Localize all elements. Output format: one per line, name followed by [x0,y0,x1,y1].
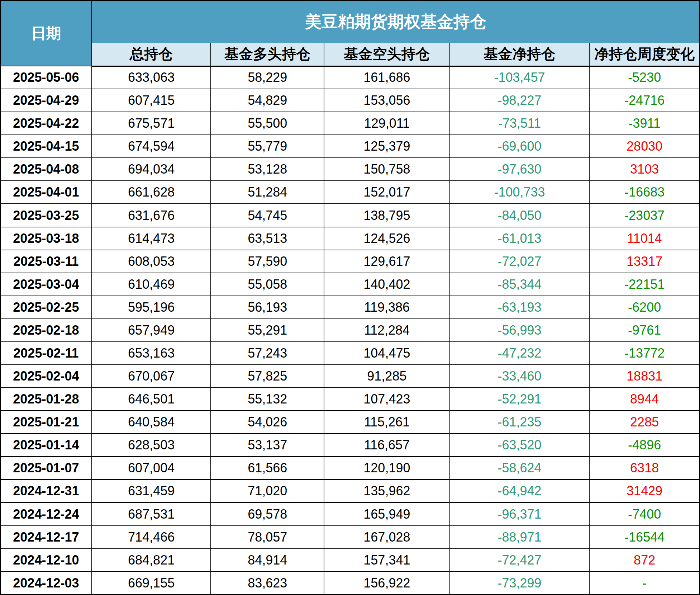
weekly-change-cell: -16683 [589,181,700,204]
date-cell: 2025-01-07 [0,457,92,480]
weekly-change-cell: -24716 [589,89,700,112]
table-row: 2025-03-11608,05357,590129,617-72,027133… [0,250,700,273]
date-cell: 2025-02-04 [0,365,92,388]
fund-short-cell: 161,686 [324,66,450,89]
fund-long-cell: 56,193 [211,296,324,319]
fund-long-cell: 57,825 [211,365,324,388]
date-cell: 2024-12-03 [0,572,92,595]
fund-long-cell: 55,500 [211,112,324,135]
table-row: 2025-02-25595,19656,193119,386-63,193-62… [0,296,700,319]
weekly-change-cell: -22151 [589,273,700,296]
col-header-fund-long-position: 基金多头持仓 [211,43,324,66]
total-position-cell: 646,501 [92,388,211,411]
title-row: 日期 美豆粕期货期权基金持仓 [0,0,700,43]
fund-short-cell: 129,617 [324,250,450,273]
fund-net-cell: -63,520 [450,434,590,457]
fund-net-cell: -64,942 [450,480,590,502]
fund-long-cell: 51,284 [211,181,324,204]
fund-short-cell: 119,386 [324,296,450,319]
fund-net-cell: -52,291 [450,388,590,411]
date-cell: 2025-01-21 [0,411,92,434]
total-position-cell: 631,676 [92,204,211,227]
fund-net-cell: -61,013 [450,227,590,250]
weekly-change-cell: 8944 [589,388,700,411]
table-row: 2025-04-08694,03453,128150,758-97,630310… [0,158,700,181]
total-position-cell: 608,053 [92,250,211,273]
date-cell: 2025-04-01 [0,181,92,204]
fund-net-cell: -96,371 [450,502,590,525]
fund-short-cell: 124,526 [324,227,450,250]
total-position-cell: 694,034 [92,158,211,181]
date-cell: 2025-03-04 [0,273,92,296]
table-row: 2024-12-24687,53169,578165,949-96,371-74… [0,502,700,525]
fund-net-cell: -63,193 [450,296,590,319]
fund-short-cell: 112,284 [324,319,450,342]
fund-net-cell: -88,971 [450,526,590,549]
fund-long-cell: 55,291 [211,319,324,342]
fund-short-cell: 115,261 [324,411,450,434]
fund-short-cell: 91,285 [324,365,450,388]
date-cell: 2024-12-24 [0,502,92,525]
table-row: 2025-04-01661,62851,284152,017-100,733-1… [0,181,700,204]
date-cell: 2024-12-31 [0,480,92,502]
weekly-change-cell: 13317 [589,250,700,273]
fund-net-cell: -85,344 [450,273,590,296]
fund-net-cell: -33,460 [450,365,590,388]
total-position-cell: 631,459 [92,480,211,502]
fund-net-cell: -61,235 [450,411,590,434]
total-position-cell: 610,469 [92,273,211,296]
date-cell: 2025-05-06 [0,66,92,89]
fund-net-cell: -100,733 [450,181,590,204]
col-header-total-position: 总持仓 [92,43,211,66]
fund-short-cell: 140,402 [324,273,450,296]
table-row: 2025-03-04610,46955,058140,402-85,344-22… [0,273,700,296]
total-position-cell: 657,949 [92,319,211,342]
fund-long-cell: 54,745 [211,204,324,227]
fund-long-cell: 83,623 [211,572,324,595]
fund-long-cell: 71,020 [211,480,324,502]
fund-positions-table: 日期 美豆粕期货期权基金持仓 总持仓 基金多头持仓 基金空头持仓 基金净持仓 净… [0,0,700,595]
total-position-cell: 661,628 [92,181,211,204]
total-position-cell: 684,821 [92,549,211,572]
table-title: 美豆粕期货期权基金持仓 [92,0,700,43]
date-cell: 2025-02-18 [0,319,92,342]
date-cell: 2025-04-15 [0,135,92,158]
fund-long-cell: 63,513 [211,227,324,250]
weekly-change-cell: 11014 [589,227,700,250]
fund-net-cell: -69,600 [450,135,590,158]
fund-long-cell: 69,578 [211,502,324,525]
total-position-cell: 714,466 [92,526,211,549]
weekly-change-cell: -4896 [589,434,700,457]
col-header-fund-short-position: 基金空头持仓 [324,43,450,66]
total-position-cell: 669,155 [92,572,211,595]
fund-short-cell: 135,962 [324,480,450,502]
table-row: 2025-01-14628,50353,137116,657-63,520-48… [0,434,700,457]
fund-short-cell: 157,341 [324,549,450,572]
fund-net-cell: -84,050 [450,204,590,227]
weekly-change-cell: -3911 [589,112,700,135]
date-cell: 2025-03-11 [0,250,92,273]
weekly-change-cell: 2285 [589,411,700,434]
table-row: 2025-04-29607,41554,829153,056-98,227-24… [0,89,700,112]
fund-long-cell: 53,128 [211,158,324,181]
date-cell: 2024-12-17 [0,526,92,549]
fund-short-cell: 165,949 [324,502,450,525]
total-position-cell: 628,503 [92,434,211,457]
table-row: 2025-01-21640,58454,026115,261-61,235228… [0,411,700,434]
fund-long-cell: 61,566 [211,457,324,480]
table-row: 2025-01-07607,00461,566120,190-58,624631… [0,457,700,480]
fund-net-cell: -98,227 [450,89,590,112]
fund-positions-page: 日期 美豆粕期货期权基金持仓 总持仓 基金多头持仓 基金空头持仓 基金净持仓 净… [0,0,700,595]
date-cell: 2025-04-22 [0,112,92,135]
table-row: 2024-12-03669,15583,623156,922-73,299- [0,572,700,595]
table-row: 2025-03-25631,67654,745138,795-84,050-23… [0,204,700,227]
weekly-change-cell: 872 [589,549,700,572]
fund-long-cell: 58,229 [211,66,324,89]
fund-short-cell: 138,795 [324,204,450,227]
table-row: 2024-12-10684,82184,914157,341-72,427872 [0,549,700,572]
weekly-change-cell: -16544 [589,526,700,549]
fund-long-cell: 57,243 [211,342,324,365]
total-position-cell: 674,594 [92,135,211,158]
table-body: 2025-05-06633,06358,229161,686-103,457-5… [0,66,700,595]
total-position-cell: 607,415 [92,89,211,112]
